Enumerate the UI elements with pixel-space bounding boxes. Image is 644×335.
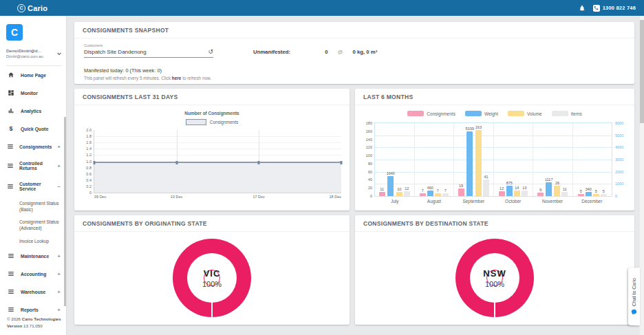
bar-group-september: 19533916341 [454,123,494,196]
destination-state-panel: CONSIGNMENTS BY DESTINATION STATE NSW 10… [355,215,634,325]
y-tick-label: 0 [89,191,92,195]
data-point-marker [175,161,178,164]
page-scrollbar-thumb[interactable] [640,20,644,123]
gridline [94,155,341,155]
customers-label: Customers [84,43,213,47]
sidebar-item-quick-quote[interactable]: $Quick Quote [0,120,66,138]
sidebar-item-maintenance[interactable]: Maintenance+ [0,247,66,265]
chart-title: Number of Consignments [74,111,350,116]
customers-value[interactable]: Dispatch Site Dandenong [84,49,147,55]
user-account[interactable]: Demo\Dimitri@d... Dimitri@cario.com.au [6,47,62,66]
bar-column: 460 [427,123,433,196]
x-tick-label: August [414,199,453,204]
copyright: © 2026 [7,316,21,321]
unmanifested-label: Unmanifested: [253,49,290,55]
bar-column: 7 [435,123,441,196]
bar-column: 19 [458,123,464,196]
bar-value-label: 1640 [387,171,395,175]
sidebar-scrollbar[interactable] [64,16,66,335]
consignments-last-31-days-panel: CONSIGNMENTS LAST 31 DAYS Number of Cons… [74,89,350,210]
bar-column: 12 [404,123,410,196]
notification-bell-icon[interactable] [579,5,586,12]
version-number: 13.71.050 [23,323,43,328]
sidebar-item-customer-service[interactable]: Customer Service− [0,176,66,197]
user-email: Dimitri@cario.com.au [6,54,43,58]
unmanifested-summary: Unmanifested: 0 @ 0 kg, 0 m³ [253,49,377,55]
originating-state-panel: CONSIGNMENTS BY ORIGINATING STATE VIC 10… [74,215,350,325]
bar-value-label: 7 [444,188,447,193]
items-bar [483,180,489,196]
sidebar-item-home-page[interactable]: Home Page [0,66,66,84]
expander-plus-icon[interactable]: + [57,163,61,169]
sidebar-item-monitor[interactable]: Monitor [0,84,66,102]
left-y-tick-label: 60 [368,170,372,174]
expander-plus-icon[interactable]: + [57,144,61,150]
bar-group-august: 746077 [415,123,455,196]
x-tick-label: 10 Dec [171,195,182,199]
bar-value-label: 340 [586,187,592,191]
destination-state-percentage: 100% [485,280,504,288]
page-scrollbar[interactable] [640,16,644,335]
refresh-now-link[interactable]: here [172,76,182,80]
customers-select[interactable]: Customers Dispatch Site Dandenong ↺ [84,43,213,58]
reset-icon[interactable]: ↺ [208,49,213,55]
expander-plus-icon[interactable]: + [57,289,61,295]
cario-logo-icon: C [17,4,25,12]
menu-icon [7,270,15,277]
y-tick-label: 1.4 [86,147,92,151]
menu-icon [7,183,14,190]
bar-value-label: 5 [580,189,582,193]
expander-plus-icon[interactable]: + [57,307,61,313]
bar-column: 5339 [466,123,474,196]
bar-column: 7 [420,123,426,196]
bar-value-label: 5 [603,189,605,193]
bar-value-label: 875 [506,181,513,185]
left-y-tick-label: 0 [370,194,372,198]
chat-to-cario-tab[interactable]: Chat to Cario [628,268,640,325]
donut-slice-gap [211,303,213,317]
brand-logo[interactable]: C Cario [17,4,47,12]
bar-chart-plot: 0100020003000400050006000020406080100120… [374,122,612,197]
legend-swatch [552,111,568,116]
weight-bar [427,191,433,196]
menu-icon [7,143,14,150]
menu-icon [7,306,15,313]
legend-label: Consignments [210,120,239,125]
x-tick-label: July [375,199,414,204]
bar-value-label: 5 [595,189,597,193]
sidebar-item-consignments[interactable]: Consignments+ [0,138,66,155]
user-name: Demo\Dimitri@d... [6,48,43,53]
sidebar-item-controlled-returns[interactable]: Controlled Returns+ [0,155,66,176]
sidebar-subitem-consignment-status-advanced[interactable]: Consignment Status (Advanced) [0,216,66,235]
bar-group-november: 911172611 [533,123,573,196]
right-y-tick-label: 3000 [615,158,623,162]
sidebar-subitem-consignment-status-basic[interactable]: Consignment Status (Basic) [0,197,66,216]
home-icon [7,72,15,78]
refresh-note: This panel will refresh every 5 minutes.… [84,76,625,80]
weight-bar [387,176,394,196]
left-y-tick-label: 160 [366,129,372,133]
support-phone[interactable]: 1300 822 746 [593,5,636,12]
expander-plus-icon[interactable]: + [57,253,61,259]
sidebar-item-warehouse[interactable]: Warehouse+ [0,283,66,301]
y-tick-label: 1.2 [86,153,92,157]
phone-icon [593,5,600,12]
x-tick-label: December [572,199,612,204]
sidebar-subitem-invoice-lookup[interactable]: Invoice Lookup [0,235,66,247]
donut-center: VIC 100% [187,253,237,303]
consignments-area-series [94,162,341,193]
sidebar-item-accounting[interactable]: Accounting+ [0,265,66,283]
legend-swatch [508,111,524,116]
sidebar: C Demo\Dimitri@d... Dimitri@cario.com.au… [0,16,67,335]
right-y-tick-label: 6000 [615,121,623,125]
volume-bar [554,186,560,196]
panel-title: CONSIGNMENTS BY ORIGINATING STATE [74,215,350,232]
sidebar-scrollbar-thumb[interactable] [64,117,66,306]
bar-column: 5 [578,123,584,196]
expander-plus-icon[interactable]: + [57,271,61,277]
chat-bubble-icon [631,309,637,315]
destination-state-donut-chart: NSW 100% [455,239,534,317]
expander-minus-icon[interactable]: − [57,184,61,190]
sidebar-item-analytics[interactable]: Analytics [0,102,66,120]
y-tick-label: 0.2 [86,184,92,188]
